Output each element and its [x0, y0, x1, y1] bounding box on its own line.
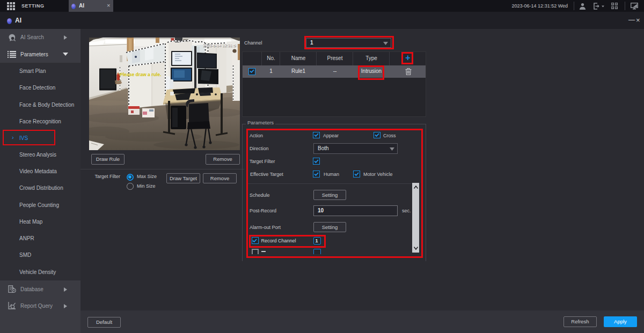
svg-text:2023-6-14 12:31:5: 2023-6-14 12:31:5	[203, 43, 236, 48]
svg-text:Please draw a rule.: Please draw a rule.	[120, 72, 161, 77]
